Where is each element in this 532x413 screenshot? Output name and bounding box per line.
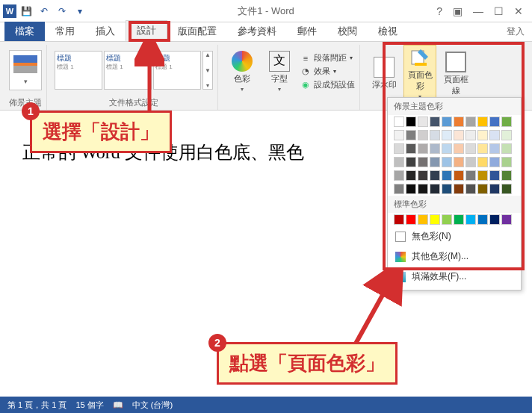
color-swatch[interactable] xyxy=(477,214,488,225)
color-swatch[interactable] xyxy=(442,170,452,181)
gallery-scroll[interactable]: ▲▼▾ xyxy=(202,51,213,90)
color-swatch[interactable] xyxy=(501,117,512,127)
tab-file[interactable]: 檔案 xyxy=(4,22,45,41)
login-link[interactable]: 登入 xyxy=(507,25,525,38)
color-swatch[interactable] xyxy=(477,170,488,181)
color-swatch[interactable] xyxy=(430,143,440,154)
color-swatch[interactable] xyxy=(430,117,440,127)
close-icon[interactable]: ✕ xyxy=(514,5,523,17)
color-swatch[interactable] xyxy=(477,117,488,127)
color-swatch[interactable] xyxy=(394,170,404,181)
status-proofing-icon[interactable]: 📖 xyxy=(113,400,123,410)
color-swatch[interactable] xyxy=(394,184,404,194)
page-borders-button[interactable]: 頁面框線 xyxy=(439,50,472,98)
ribbon-toggle-icon[interactable]: ▣ xyxy=(453,5,463,17)
color-swatch[interactable] xyxy=(394,157,404,167)
status-words[interactable]: 15 個字 xyxy=(75,400,103,411)
color-swatch[interactable] xyxy=(489,130,500,140)
color-swatch[interactable] xyxy=(442,157,452,167)
color-swatch[interactable] xyxy=(489,157,500,167)
color-swatch[interactable] xyxy=(454,157,464,167)
color-swatch[interactable] xyxy=(406,214,416,225)
undo-icon[interactable]: ↶ xyxy=(36,3,52,19)
style-card[interactable]: 標題 標題 1 xyxy=(153,51,201,90)
paragraph-spacing-button[interactable]: ≡段落間距▾ xyxy=(300,52,355,64)
color-swatch[interactable] xyxy=(477,184,488,194)
redo-icon[interactable]: ↷ xyxy=(54,3,70,19)
color-swatch[interactable] xyxy=(442,117,452,127)
effects-button[interactable]: ◔效果▾ xyxy=(300,65,355,78)
fill-effects-item[interactable]: 填滿效果(F)... xyxy=(388,267,521,287)
style-set-gallery[interactable]: 標題 標題 1 標題 標題 1 標題 標題 1 ▲▼▾ xyxy=(55,51,213,90)
color-swatch[interactable] xyxy=(466,170,476,181)
themes-button[interactable]: ▾ xyxy=(9,50,42,90)
style-card[interactable]: 標題 標題 1 xyxy=(104,51,152,90)
minimize-icon[interactable]: — xyxy=(473,5,483,17)
tab-design[interactable]: 設計 xyxy=(126,20,167,41)
color-swatch[interactable] xyxy=(466,143,476,154)
status-page[interactable]: 第 1 頁，共 1 頁 xyxy=(7,400,66,411)
color-swatch[interactable] xyxy=(418,117,428,127)
color-swatch[interactable] xyxy=(442,130,452,140)
no-color-item[interactable]: 無色彩(N) xyxy=(388,226,521,246)
color-swatch[interactable] xyxy=(477,130,488,140)
color-swatch[interactable] xyxy=(394,214,404,225)
color-swatch[interactable] xyxy=(501,130,512,140)
color-swatch[interactable] xyxy=(501,214,512,225)
color-swatch[interactable] xyxy=(394,130,404,140)
color-swatch[interactable] xyxy=(430,130,440,140)
color-swatch[interactable] xyxy=(406,143,416,154)
color-swatch[interactable] xyxy=(394,143,404,154)
color-swatch[interactable] xyxy=(489,117,500,127)
color-swatch[interactable] xyxy=(406,184,416,194)
tab-mailings[interactable]: 郵件 xyxy=(287,22,327,41)
color-swatch[interactable] xyxy=(477,157,488,167)
color-swatch[interactable] xyxy=(466,184,476,194)
set-default-button[interactable]: ◉設成預設值 xyxy=(300,78,355,91)
color-swatch[interactable] xyxy=(466,157,476,167)
color-swatch[interactable] xyxy=(501,170,512,181)
color-swatch[interactable] xyxy=(442,184,452,194)
color-swatch[interactable] xyxy=(430,157,440,167)
maximize-icon[interactable]: ☐ xyxy=(494,5,504,17)
color-swatch[interactable] xyxy=(418,130,428,140)
color-swatch[interactable] xyxy=(406,117,416,127)
color-swatch[interactable] xyxy=(501,157,512,167)
help-icon[interactable]: ? xyxy=(436,5,442,17)
style-card[interactable]: 標題 標題 1 xyxy=(55,51,102,90)
fonts-button[interactable]: 文 字型 ▾ xyxy=(263,49,296,94)
color-swatch[interactable] xyxy=(454,130,464,140)
page-color-button[interactable]: 頁面色彩 ▾ xyxy=(403,45,436,102)
tab-home[interactable]: 常用 xyxy=(45,22,85,41)
color-swatch[interactable] xyxy=(430,184,440,194)
color-swatch[interactable] xyxy=(394,117,404,127)
color-swatch[interactable] xyxy=(466,130,476,140)
color-swatch[interactable] xyxy=(418,184,428,194)
color-swatch[interactable] xyxy=(454,184,464,194)
color-swatch[interactable] xyxy=(489,184,500,194)
color-swatch[interactable] xyxy=(489,143,500,154)
color-swatch[interactable] xyxy=(489,170,500,181)
qat-dropdown-icon[interactable]: ▾ xyxy=(72,3,88,19)
color-swatch[interactable] xyxy=(454,143,464,154)
color-swatch[interactable] xyxy=(418,157,428,167)
color-swatch[interactable] xyxy=(489,214,500,225)
color-swatch[interactable] xyxy=(418,214,428,225)
color-swatch[interactable] xyxy=(466,214,476,225)
color-swatch[interactable] xyxy=(501,143,512,154)
tab-review[interactable]: 校閱 xyxy=(327,22,368,41)
tab-view[interactable]: 檢視 xyxy=(368,22,408,41)
color-swatch[interactable] xyxy=(454,170,464,181)
colors-button[interactable]: 色彩 ▾ xyxy=(226,49,259,94)
color-swatch[interactable] xyxy=(430,170,440,181)
color-swatch[interactable] xyxy=(466,117,476,127)
color-swatch[interactable] xyxy=(406,130,416,140)
color-swatch[interactable] xyxy=(406,170,416,181)
color-swatch[interactable] xyxy=(454,214,464,225)
color-swatch[interactable] xyxy=(418,143,428,154)
status-language[interactable]: 中文 (台灣) xyxy=(132,400,173,411)
color-swatch[interactable] xyxy=(442,143,452,154)
color-swatch[interactable] xyxy=(454,117,464,127)
tab-layout[interactable]: 版面配置 xyxy=(167,22,227,41)
color-swatch[interactable] xyxy=(418,170,428,181)
